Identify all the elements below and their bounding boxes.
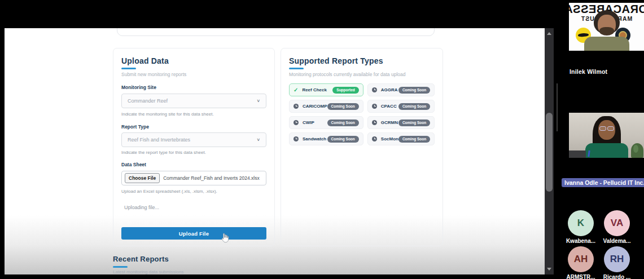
- upload-data-title: Upload Data: [121, 56, 266, 65]
- hand-cursor-icon: [220, 232, 230, 243]
- glasses: [607, 126, 614, 131]
- upload-data-subtitle: Submit new monitoring reports: [121, 72, 266, 77]
- participant-tile-armstrong[interactable]: AH ARMSTR...: [563, 246, 599, 279]
- participant-silhouette: [585, 143, 628, 158]
- title-underline: [289, 68, 304, 69]
- clock-icon: [372, 136, 377, 141]
- supported-report-types-title: Supported Report Types: [289, 56, 435, 65]
- monitoring-site-value: Commander Reef: [128, 98, 256, 104]
- upload-file-button[interactable]: Upload File: [121, 227, 266, 240]
- chevron-down-icon: ∨: [256, 138, 260, 142]
- monitoring-site-helper: Indicate the monitoring site for this da…: [121, 112, 266, 117]
- participant-name: Ricardo ...: [599, 274, 635, 279]
- protocol-name: CARICOMP: [303, 104, 327, 109]
- status-badge: Coming Soon: [398, 103, 430, 110]
- plant: [631, 143, 643, 158]
- video-tile-ivanna-odle[interactable]: [569, 113, 644, 158]
- protocol-item-caricomp: CARICOMP Coming Soon: [289, 100, 363, 113]
- clock-icon: [293, 104, 299, 109]
- avatar: RH: [604, 246, 630, 272]
- panel-divider: [557, 83, 558, 131]
- status-badge: Coming Soon: [398, 119, 430, 126]
- avatar: VA: [604, 210, 630, 236]
- participant-name-inilek: Inilek Wilmot: [569, 68, 607, 75]
- monitoring-site-select[interactable]: Commander Reef ∨: [121, 94, 266, 108]
- recent-reports-section: Recent Reports Latest monitoring data su…: [113, 255, 183, 274]
- protocol-name: CWIP: [303, 120, 327, 125]
- upload-status-text: Uploading file...: [124, 205, 266, 210]
- protocol-item-cpacc: CPACC Coming Soon: [367, 100, 435, 113]
- protocol-item-aggra: AGGRA Coming Soon: [367, 83, 435, 96]
- title-underline: [113, 266, 128, 268]
- chevron-down-icon: ∨: [256, 99, 260, 103]
- participant-tile-valdema[interactable]: VA Valdema...: [599, 210, 635, 244]
- status-badge: Coming Soon: [327, 103, 359, 110]
- protocol-item-sandwatch: Sandwatch Coming Soon: [289, 132, 363, 145]
- protocol-item-reef-check: ✓ Reef Check Supported: [289, 83, 363, 96]
- data-sheet-label: Data Sheet: [121, 162, 266, 167]
- protocol-name: CPACC: [381, 104, 398, 109]
- avatar: AH: [568, 246, 594, 272]
- report-type-select[interactable]: Reef Fish and Invertebrates ∨: [121, 132, 266, 147]
- status-badge: Coming Soon: [398, 136, 430, 143]
- participant-tile-ricardo[interactable]: RH Ricardo ...: [599, 246, 635, 279]
- data-sheet-helper: Upload an Excel spreadsheet (.xls, .xlsm…: [121, 189, 266, 194]
- choose-file-button[interactable]: Choose File: [125, 173, 160, 183]
- selected-file-name: Commander Reef_Fish and Inverts 2024.xls…: [163, 175, 260, 181]
- clock-icon: [372, 87, 377, 92]
- supported-report-types-card: Supported Report Types Monitoring protoc…: [281, 48, 443, 246]
- protocol-name: Reef Check: [302, 87, 332, 92]
- desk-items: [569, 150, 586, 158]
- scrolled-card-bottom-edge: [117, 28, 435, 36]
- report-type-value: Reef Fish and Invertebrates: [128, 137, 256, 143]
- status-badge: Coming Soon: [327, 119, 359, 126]
- protocol-name: AGGRA: [381, 87, 398, 92]
- scroll-down-arrow-icon[interactable]: [547, 268, 551, 271]
- clock-icon: [293, 120, 299, 125]
- participant-name-ivanna: Ivanna Odle - Pellucid IT Inc.: [562, 178, 644, 187]
- scroll-up-arrow-icon[interactable]: [547, 32, 551, 35]
- participant-silhouette: [599, 27, 614, 36]
- protocol-item-gcrmn: GCRMN Coming Soon: [367, 116, 435, 129]
- avatar: K: [568, 210, 594, 236]
- protocol-grid: ✓ Reef Check Supported AGGRA Coming Soon…: [289, 83, 435, 145]
- upload-data-card: Upload Data Submit new monitoring report…: [113, 48, 275, 246]
- protocol-name: GCRMN: [381, 120, 398, 125]
- share-scrollbar[interactable]: [545, 28, 554, 274]
- screen-share-area: Upload Data Submit new monitoring report…: [5, 28, 545, 274]
- status-badge: Coming Soon: [398, 87, 430, 94]
- recent-reports-title: Recent Reports: [113, 255, 183, 264]
- clock-icon: [372, 104, 377, 109]
- glasses: [599, 126, 606, 131]
- protocol-name: Sandwatch: [303, 136, 327, 141]
- title-underline: [121, 68, 136, 69]
- monitoring-site-label: Monitoring Site: [121, 85, 266, 90]
- protocol-name: SocMon: [381, 136, 398, 141]
- file-input[interactable]: Choose File Commander Reef_Fish and Inve…: [121, 171, 266, 185]
- participant-name: Kwabena...: [563, 238, 599, 244]
- video-tile-inilek-wilmot[interactable]: ORACABESSA MARINE TRUST: [569, 3, 644, 51]
- report-type-label: Report Type: [121, 124, 266, 130]
- clock-icon: [293, 136, 299, 141]
- status-badge: Supported: [332, 87, 359, 94]
- status-badge: Coming Soon: [327, 136, 359, 143]
- protocol-item-socmon: SocMon Coming Soon: [367, 132, 435, 145]
- protocol-item-cwip: CWIP Coming Soon: [289, 116, 363, 129]
- participant-name: Valdema...: [599, 238, 635, 244]
- scrollbar-thumb[interactable]: [546, 113, 553, 192]
- participant-tile-kwabena[interactable]: K Kwabena...: [563, 210, 599, 244]
- report-type-helper: Indicate the report type for this data s…: [121, 150, 266, 155]
- participant-silhouette: [584, 37, 629, 51]
- recent-reports-subtitle: Latest monitoring data submissions: [113, 269, 183, 274]
- supported-report-types-subtitle: Monitoring protocols currently available…: [289, 72, 435, 77]
- check-icon: ✓: [293, 87, 298, 93]
- participant-name: ARMSTR...: [563, 274, 599, 279]
- clock-icon: [372, 120, 377, 125]
